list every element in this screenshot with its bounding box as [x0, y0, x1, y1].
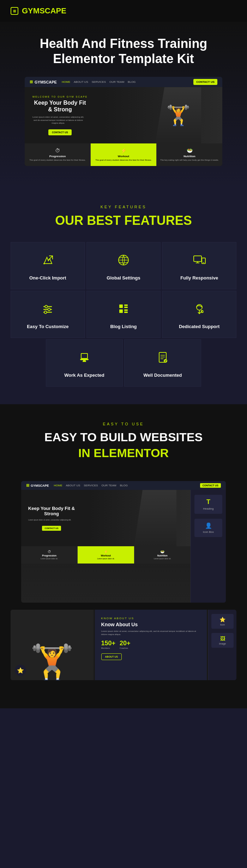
- hero-section: Health And Fitness TrainingElementor Tem…: [0, 22, 247, 187]
- svg-rect-24: [80, 359, 89, 360]
- svg-rect-15: [124, 304, 128, 306]
- gym-info-label-workout: Workout: [94, 155, 153, 158]
- el-info-text-progression: Lorem ipsum dolor sit.: [24, 558, 74, 560]
- gym-info-row: ⏱ Progression The goal of every student …: [25, 143, 222, 166]
- el-widget-iconbox-label: Icon Box: [197, 530, 219, 534]
- svg-rect-17: [119, 309, 123, 313]
- gym-nav-link-team[interactable]: OUR TEAM: [109, 80, 124, 84]
- feature-global-settings: Global Settings: [86, 242, 161, 289]
- well-documented-icon: [132, 350, 194, 368]
- gym-info-icon-progression: ⏱: [28, 148, 87, 153]
- el-nav-home[interactable]: HOME: [54, 484, 62, 487]
- el-info-text-nutrition: Lorem ipsum dolor sit.: [137, 558, 188, 560]
- gym-nav-logo-text: GYMSCAPE: [35, 80, 57, 84]
- el-gym-banner-cta[interactable]: CONTACT US: [42, 526, 61, 531]
- gym-nav-link-services[interactable]: SERVICES: [92, 80, 106, 84]
- about-cta[interactable]: ABOUT US: [101, 653, 122, 660]
- about-sidebar-image-label: Image: [213, 642, 231, 645]
- el-nav-logo-text: GYMSCAPE: [31, 484, 49, 487]
- easy-customize-label: Easy To Customize: [18, 324, 78, 329]
- gym-info-text-nutrition: The key eating right will help your body…: [160, 159, 219, 162]
- gym-banner-subtitle: WELCOME TO OUR GYM SCAPE: [32, 96, 88, 98]
- el-main: Keep Your Body Fit & Strong Lorem ipsum …: [21, 490, 226, 603]
- logo-first: GYM: [22, 6, 40, 15]
- about-text: Lorem ipsum dolor sit amet, consectetur …: [101, 630, 200, 636]
- gym-info-box-nutrition: 🥗 Nutrition The key eating right will he…: [157, 143, 222, 166]
- gym-nav-logo: ⊞ GYMSCAPE: [30, 80, 57, 84]
- el-nav-logo: ⊞ GYMSCAPE: [26, 483, 49, 488]
- features-title: OUR BEST FEATURES: [11, 213, 236, 228]
- easy-customize-icon: [18, 302, 78, 319]
- gym-banner-text: Lorem ipsum dolor sit amet, consectetur …: [32, 116, 85, 124]
- el-info-workout: ⚡ Workout Lorem ipsum dolor sit.: [78, 546, 134, 564]
- features-grid-row2: Easy To Customize Blog Listing: [11, 291, 236, 338]
- el-nav-blog[interactable]: BLOG: [120, 484, 128, 487]
- features-title-plain: OUR BEST: [55, 213, 121, 228]
- gym-nav-link-home[interactable]: HOME: [62, 80, 70, 84]
- hero-title: Health And Fitness TrainingElementor Tem…: [21, 36, 226, 66]
- gym-info-label-nutrition: Nutrition: [160, 155, 219, 158]
- about-stat-2-num: 20+: [120, 640, 131, 647]
- features-grid-row3: Work As Expected Well Documented: [46, 339, 201, 387]
- gym-nav-contact-btn[interactable]: CONTACT US: [193, 79, 217, 85]
- svg-rect-18: [124, 309, 128, 311]
- gym-banner-cta[interactable]: CONTACT US: [48, 129, 71, 135]
- el-sidebar: T Heading 👤 Icon Box: [191, 490, 226, 603]
- well-documented-label: Well Documented: [132, 373, 194, 378]
- el-nav-cta[interactable]: CONTACT US: [200, 483, 221, 488]
- logo-icon: ⊞: [11, 7, 18, 15]
- el-nav-services[interactable]: SERVICES: [84, 484, 98, 487]
- blog-listing-icon: [94, 302, 153, 319]
- gym-nav-link-about[interactable]: ABOUT US: [74, 80, 88, 84]
- el-widget-heading[interactable]: T Heading: [194, 495, 222, 514]
- gym-banner-content: WELCOME TO OUR GYM SCAPE Keep Your Body …: [25, 88, 95, 142]
- el-widget-iconbox[interactable]: 👤 Icon Box: [194, 519, 222, 537]
- about-sidebar-image-widget[interactable]: 🖼 Image: [211, 633, 234, 648]
- dedicated-support-icon: [169, 302, 229, 319]
- feature-one-click-import: One-Click Import: [11, 242, 85, 289]
- dedicated-support-label: Dedicated Support: [169, 324, 229, 329]
- elementor-preview: ⊞ GYMSCAPE HOME ABOUT US SERVICES OUR TE…: [21, 481, 226, 603]
- feature-fully-responsive: Fully Responsive: [162, 242, 236, 289]
- el-info-icon-progression: ⏱: [24, 550, 74, 554]
- el-widget-iconbox-icon: 👤: [197, 522, 219, 529]
- svg-rect-16: [124, 307, 128, 308]
- svg-rect-3: [194, 256, 201, 261]
- svg-rect-14: [119, 304, 123, 308]
- about-sidebar-icon-widget[interactable]: ⭐ Icon: [211, 614, 234, 629]
- el-info-text-workout: Lorem ipsum dolor sit.: [80, 558, 131, 560]
- about-stat-1-num: 150+: [101, 640, 116, 647]
- gym-info-icon-workout: ⚡: [94, 148, 153, 153]
- svg-point-20: [197, 304, 202, 310]
- el-nav-links: HOME ABOUT US SERVICES OUR TEAM BLOG: [54, 484, 195, 487]
- gym-preview-nav: ⊞ GYMSCAPE HOME ABOUT US SERVICES OUR TE…: [25, 77, 222, 87]
- el-nav-team[interactable]: OUR TEAM: [102, 484, 116, 487]
- about-sidebar-image-icon: 🖼: [213, 636, 231, 641]
- svg-rect-19: [124, 312, 128, 313]
- about-stat-1-label: Members: [101, 647, 116, 649]
- work-as-expected-icon: [53, 350, 115, 368]
- easy-kicker: EASY TO USE: [11, 422, 236, 426]
- feature-easy-customize: Easy To Customize: [11, 291, 85, 338]
- el-info-icon-workout: ⚡: [80, 550, 131, 554]
- gym-banner-title: Keep Your Body Fit & Strong: [32, 99, 88, 113]
- about-preview-container: 🏋 ⭐ Know About Us Know About Us Lorem ip…: [11, 610, 236, 680]
- el-info-row: ⏱ Progression Lorem ipsum dolor sit. ⚡ W…: [21, 546, 191, 564]
- about-stat-2: 20+ Coaches: [120, 640, 131, 649]
- el-nav-about[interactable]: ABOUT US: [66, 484, 80, 487]
- gym-info-box-workout: ⚡ Workout The goal of every student dese…: [91, 143, 157, 166]
- el-gym-banner-text: Lorem ipsum dolor sit amet, consectetur …: [27, 519, 73, 521]
- el-gym-banner-content: Keep Your Body Fit & Strong Lorem ipsum …: [21, 500, 82, 536]
- about-stats: 150+ Members 20+ Coaches: [101, 640, 200, 649]
- logo-second: SCAPE: [40, 6, 66, 15]
- feature-dedicated-support: Dedicated Support: [162, 291, 236, 338]
- el-info-label-nutrition: Nutrition: [137, 554, 188, 557]
- gym-info-text-progression: The goal of every student deserves the b…: [28, 159, 87, 162]
- work-as-expected-label: Work As Expected: [53, 373, 115, 378]
- about-preview-section: 🏋 ⭐ Know About Us Know About Us Lorem ip…: [0, 603, 247, 694]
- svg-rect-23: [82, 354, 87, 358]
- gym-nav-link-blog[interactable]: BLOG: [128, 80, 135, 84]
- svg-point-11: [48, 308, 50, 311]
- feature-well-documented: Well Documented: [124, 339, 201, 387]
- about-title: Know About Us: [101, 622, 200, 627]
